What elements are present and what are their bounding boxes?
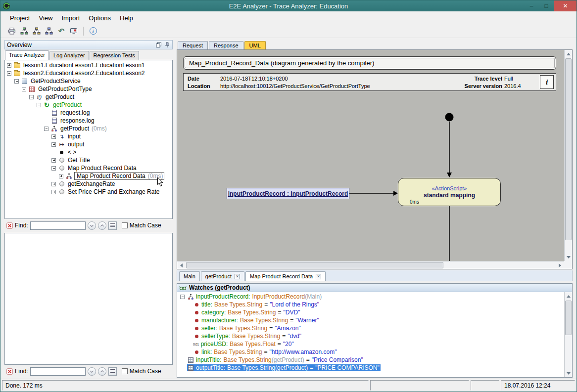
clear-find-icon[interactable] [6, 222, 13, 229]
find-previous-button[interactable] [98, 221, 106, 230]
watch-item[interactable]: inputTitle: Base Types.String (getProduc… [177, 356, 572, 364]
uml-object-node[interactable]: inputProductRecord : InputProductRecord [227, 188, 349, 199]
expander-icon[interactable] [7, 71, 11, 76]
tree-item[interactable]: GetProductService [5, 77, 172, 85]
find-next-button[interactable] [88, 367, 96, 376]
expander-icon[interactable] [14, 79, 19, 84]
close-tab-icon[interactable]: × [235, 274, 240, 279]
watch-item-selected[interactable]: outputTitle: Base Types.String (getProdu… [177, 364, 572, 372]
expander-icon[interactable] [37, 103, 41, 107]
expander-icon[interactable] [51, 158, 56, 163]
watch-item[interactable]: sellerType: Base Types.String = "dvd" [177, 332, 572, 340]
watch-item[interactable]: inputProductRecord: InputProductRecord (… [177, 293, 572, 301]
expander-icon[interactable] [22, 87, 26, 91]
tree-item[interactable]: Get Title [5, 156, 172, 164]
tree-item[interactable]: getProduct (0ms) [5, 125, 172, 132]
print-button[interactable] [6, 26, 17, 37]
scrollbar-thumb[interactable] [565, 58, 572, 240]
find-next-button[interactable] [88, 221, 96, 230]
tree-item[interactable]: Map Product Record Data [5, 164, 172, 172]
menu-help[interactable]: Help [115, 13, 138, 23]
scroll-left-button[interactable] [177, 261, 185, 269]
expander-icon[interactable] [29, 95, 34, 99]
expander-icon[interactable] [51, 190, 56, 194]
tree-item[interactable]: lesson2.EducationLesson2.EducationLesson… [5, 69, 172, 77]
diagram-horizontal-scrollbar[interactable] [177, 261, 564, 269]
maximize-button[interactable]: □ [539, 0, 554, 11]
scroll-down-button[interactable] [565, 254, 573, 261]
tab-uml[interactable]: UML [244, 41, 266, 49]
match-case-checkbox[interactable] [122, 222, 128, 228]
menu-options[interactable]: Options [84, 13, 115, 23]
tab-request[interactable]: Request [178, 41, 208, 49]
watches-vertical-scrollbar[interactable] [564, 292, 572, 377]
tab-regression-tests[interactable]: Regression Tests [90, 51, 139, 60]
scroll-up-button[interactable] [565, 292, 573, 300]
secondary-tree-panel[interactable] [4, 233, 173, 365]
float-panel-icon[interactable] [156, 42, 162, 48]
trace-button[interactable] [68, 26, 79, 37]
model-tree-blue-button[interactable] [44, 26, 54, 37]
tree-item-selected[interactable]: Map Product Record Data (0ms) [5, 172, 172, 180]
tree-item[interactable]: Set Price CHF and Exchange Rate [5, 188, 172, 196]
menu-view[interactable]: View [34, 13, 57, 23]
tab-log-analyzer[interactable]: Log Analyzer [49, 51, 89, 60]
clear-find-icon[interactable] [6, 368, 13, 375]
menu-project[interactable]: Project [5, 13, 34, 23]
tree-item[interactable]: GetProductPortType [5, 85, 172, 93]
doc-tab-map-product-record-data[interactable]: Map Product Record Data × [245, 271, 326, 281]
scrollbar-thumb[interactable] [565, 301, 572, 335]
info-button[interactable]: i [88, 26, 98, 37]
tree-item[interactable]: f() getProduct [5, 93, 172, 101]
find-previous-button[interactable] [98, 367, 106, 376]
close-button[interactable]: ✕ [554, 0, 577, 11]
expander-icon[interactable] [51, 166, 56, 171]
model-tree-yellow-button[interactable] [31, 26, 42, 37]
tree-item[interactable]: getProduct [5, 101, 172, 109]
expander-icon[interactable] [51, 142, 56, 147]
tree-item[interactable]: < > [5, 148, 172, 156]
find-input[interactable] [30, 221, 86, 230]
menu-import[interactable]: Import [57, 13, 84, 23]
diagram-info-button[interactable]: i [540, 75, 554, 89]
tree-item[interactable]: ↴ input [5, 132, 172, 140]
tree-item[interactable]: request.log [5, 109, 172, 117]
doc-tab-getproduct[interactable]: getProduct × [201, 271, 244, 281]
uml-action-node[interactable]: «ActionScript» standard mapping 0ms [398, 178, 501, 206]
initial-node[interactable] [445, 113, 454, 122]
expander-icon[interactable] [180, 295, 185, 299]
expander-icon[interactable] [51, 134, 56, 139]
diagram-vertical-scrollbar[interactable] [564, 50, 572, 261]
find-input-2[interactable] [30, 367, 86, 376]
scroll-up-button[interactable] [565, 50, 573, 57]
close-tab-icon[interactable]: × [316, 274, 321, 279]
scroll-down-button[interactable] [565, 370, 573, 377]
watch-item[interactable]: seller: Base Types.String = "Amazon" [177, 324, 572, 332]
match-case-checkbox[interactable] [122, 368, 128, 374]
watch-item[interactable]: 0.01 priceUSD: Base Types.Float = "20" [177, 340, 572, 348]
find-list-button[interactable] [108, 367, 117, 376]
tree-item[interactable]: ↦ output [5, 140, 172, 148]
watch-item[interactable]: title: Base Types.String = "Lord of the … [177, 301, 572, 308]
minimize-button[interactable]: – [524, 0, 539, 11]
expander-icon[interactable] [44, 127, 48, 131]
undo-button[interactable]: ↶ [56, 26, 67, 37]
tree-item[interactable]: getExchangeRate [5, 180, 172, 188]
tab-trace-analyzer[interactable]: Trace Analyzer [5, 50, 49, 60]
pin-panel-icon[interactable] [164, 42, 170, 48]
watch-item[interactable]: manufacturer: Base Types.String = "Warne… [177, 316, 572, 324]
watch-item[interactable]: link: Base Types.String = "http://www.am… [177, 348, 572, 356]
tree-item[interactable]: response.log [5, 117, 172, 125]
expander-icon[interactable] [51, 182, 56, 186]
find-list-button[interactable] [108, 221, 117, 230]
scroll-right-button[interactable] [556, 261, 564, 269]
model-tree-green-button[interactable] [19, 26, 30, 37]
tab-response[interactable]: Response [209, 41, 243, 49]
doc-tab-main[interactable]: Main [179, 271, 200, 281]
diagram-canvas[interactable]: Map_Product_Record_Data (diagram generat… [177, 50, 564, 261]
expander-icon[interactable] [7, 63, 11, 68]
watch-item[interactable]: category: Base Types.String = "DVD" [177, 308, 572, 316]
expander-icon[interactable] [59, 174, 63, 178]
tree-item[interactable]: lesson1.EducationLesson1.EducationLesson… [5, 61, 172, 69]
scrollbar-thumb[interactable] [186, 262, 443, 268]
